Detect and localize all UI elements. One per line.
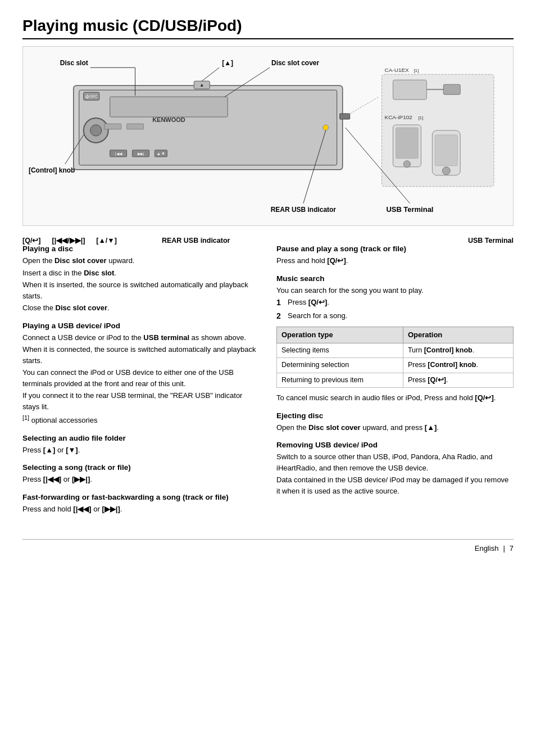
section-ejecting-disc-title: Ejecting disc <box>276 411 514 420</box>
text-line: [1] optional accessories <box>22 413 260 426</box>
section-selecting-folder: Selecting an audio file folder Press [▲]… <box>22 434 260 456</box>
ctrl-usb-terminal: USB Terminal <box>468 237 514 245</box>
page-title: Playing music (CD/USB/iPod) <box>22 17 514 39</box>
svg-text:▶▶|: ▶▶| <box>138 152 144 156</box>
content-area: Playing a disc Open the Disc slot cover … <box>22 245 514 522</box>
left-column: Playing a disc Open the Disc slot cover … <box>22 245 260 522</box>
table-cell-op-3: Press [Q/↩]. <box>403 373 513 388</box>
section-selecting-folder-body: Press [▲] or [▼]. <box>22 445 260 456</box>
svg-text:Disc slot: Disc slot <box>60 59 88 67</box>
svg-text:[▲]: [▲] <box>222 59 233 67</box>
text-line: Switch to a source other than USB, iPod,… <box>276 451 514 473</box>
text-line: Data contained in the USB device/ iPod m… <box>276 474 514 496</box>
ctrl-search-back: [Q/↩] <box>22 236 41 245</box>
text-line: Connect a USB device or iPod to the USB … <box>22 332 260 343</box>
svg-text:KENWOOD: KENWOOD <box>152 116 185 123</box>
section-music-search: Music search You can search for the song… <box>276 274 514 404</box>
table-cell-op-1: Turn [Control] knob. <box>403 343 513 358</box>
section-fast-forward-body: Press and hold [|◀◀] or [▶▶|]. <box>22 504 260 515</box>
text-line: Press [|◀◀] or [▶▶|]. <box>22 474 260 485</box>
svg-text:▲▼: ▲▼ <box>157 151 166 156</box>
step-text-2: Search for a song. <box>288 310 347 322</box>
text-line: Press and hold [Q/↩]. <box>276 255 514 266</box>
right-column: Pause and play a song (track or file) Pr… <box>276 245 514 522</box>
svg-text:KCA-iP102: KCA-iP102 <box>385 114 413 120</box>
section-playing-usb-body: Connect a USB device or iPod to the USB … <box>22 332 260 426</box>
text-line: When it is connected, the source is swit… <box>22 344 260 366</box>
section-selecting-folder-title: Selecting an audio file folder <box>22 434 260 442</box>
svg-rect-22 <box>393 80 426 99</box>
step-text-1: Press [Q/↩]. <box>288 297 329 309</box>
table-cell-op-2: Press [Control] knob. <box>403 358 513 373</box>
table-cell-op-type-3: Returning to previous item <box>277 373 403 388</box>
text-line: Open the Disc slot cover upward. <box>22 255 260 266</box>
footer-page: 7 <box>510 544 514 553</box>
section-pause-play: Pause and play a song (track or file) Pr… <box>276 245 514 266</box>
table-row: Selecting items Turn [Control] knob. <box>277 343 514 358</box>
ctrl-skip: [|◀◀/▶▶|] <box>52 236 85 245</box>
section-fast-forward: Fast-forwarding or fast-backwarding a so… <box>22 493 260 515</box>
table-row: Determining selection Press [Control] kn… <box>277 358 514 373</box>
svg-rect-9 <box>105 124 121 129</box>
svg-point-6 <box>90 125 102 136</box>
table-note: To cancel music search in audio files or… <box>276 392 514 404</box>
section-ejecting-disc-body: Open the Disc slot cover upward, and pre… <box>276 422 514 433</box>
section-music-search-body: You can search for the song you want to … <box>276 285 514 404</box>
step-num-2: 2 <box>276 310 284 322</box>
section-music-search-title: Music search <box>276 274 514 283</box>
section-removing-usb-body: Switch to a source other than USB, iPod,… <box>276 451 514 496</box>
text-line: Open the Disc slot cover upward, and pre… <box>276 422 514 433</box>
text-line: Insert a disc in the Disc slot. <box>22 268 260 279</box>
svg-text:▲: ▲ <box>199 82 205 88</box>
page-footer: English | 7 <box>22 539 514 553</box>
svg-text:Disc slot cover: Disc slot cover <box>271 59 319 67</box>
table-header-op-type: Operation type <box>277 327 403 343</box>
operation-table: Operation type Operation Selecting items… <box>276 327 514 388</box>
svg-line-34 <box>202 67 219 81</box>
music-search-steps: 1Press [Q/↩]. 2Search for a song. <box>276 297 514 322</box>
svg-line-44 <box>346 97 379 116</box>
table-header-op: Operation <box>403 327 513 343</box>
step-num-1: 1 <box>276 297 284 309</box>
svg-rect-26 <box>396 128 418 159</box>
svg-point-27 <box>403 161 410 168</box>
text-line: You can search for the song you want to … <box>276 285 514 296</box>
section-playing-disc: Playing a disc Open the Disc slot cover … <box>22 245 260 314</box>
section-removing-usb-title: Removing USB device/ iPod <box>276 441 514 449</box>
section-playing-disc-body: Open the Disc slot cover upward. Insert … <box>22 255 260 314</box>
section-selecting-song-body: Press [|◀◀] or [▶▶|]. <box>22 474 260 485</box>
svg-point-30 <box>442 167 450 175</box>
footer-lang: English <box>475 544 499 553</box>
diagram-area: KENWOOD ⏻SRC |◀◀ ▶▶| ▲▼ ▲ <box>22 46 514 226</box>
section-ejecting-disc: Ejecting disc Open the Disc slot cover u… <box>276 411 514 433</box>
section-playing-disc-title: Playing a disc <box>22 245 260 253</box>
section-fast-forward-title: Fast-forwarding or fast-backwarding a so… <box>22 493 260 501</box>
svg-text:USB Terminal: USB Terminal <box>386 205 433 214</box>
step-2: 2Search for a song. <box>276 310 514 322</box>
text-line: When it is inserted, the source is switc… <box>22 279 260 301</box>
svg-point-20 <box>323 125 329 130</box>
section-pause-play-body: Press and hold [Q/↩]. <box>276 255 514 266</box>
section-playing-usb: Playing a USB device/ iPod Connect a USB… <box>22 322 260 426</box>
section-selecting-song-title: Selecting a song (track or file) <box>22 463 260 472</box>
svg-rect-3 <box>110 97 228 117</box>
step-1: 1Press [Q/↩]. <box>276 297 514 309</box>
text-line: Press [▲] or [▼]. <box>22 445 260 456</box>
table-row: Returning to previous item Press [Q/↩]. <box>277 373 514 388</box>
table-cell-op-type-2: Determining selection <box>277 358 403 373</box>
section-removing-usb: Removing USB device/ iPod Switch to a so… <box>276 441 514 496</box>
text-line: You can connect the iPod or USB device t… <box>22 367 260 389</box>
svg-text:|◀◀: |◀◀ <box>115 152 122 156</box>
svg-text:[1]: [1] <box>414 68 419 73</box>
svg-rect-24 <box>443 84 460 94</box>
svg-text:REAR USB indicator: REAR USB indicator <box>271 206 337 214</box>
section-selecting-song: Selecting a song (track or file) Press [… <box>22 463 260 485</box>
table-cell-op-type-1: Selecting items <box>277 343 403 358</box>
text-line: Close the Disc slot cover. <box>22 302 260 314</box>
footer-separator: | <box>503 544 505 553</box>
ctrl-updown: [▲/▼] <box>96 237 117 245</box>
control-labels-row: [Q/↩] [|◀◀/▶▶|] [▲/▼] REAR USB indicator… <box>22 236 514 245</box>
svg-rect-29 <box>435 135 457 166</box>
svg-text:[Control] knob: [Control] knob <box>29 166 75 174</box>
section-pause-play-title: Pause and play a song (track or file) <box>276 245 514 253</box>
